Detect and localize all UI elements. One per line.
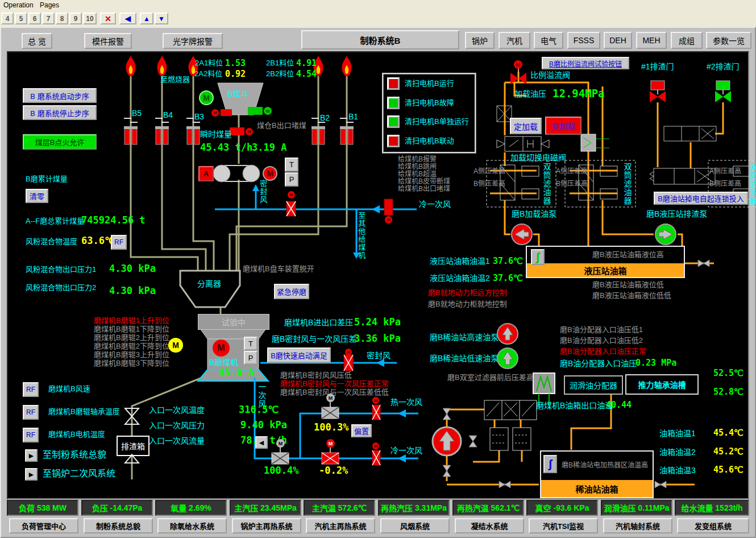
lube-tank-t3-label: 油箱油温3 (659, 466, 696, 475)
power-cabinet-local-status: 磨B就地动力柜就地控制 (428, 300, 507, 308)
page-button-6[interactable]: 6 (28, 13, 41, 24)
tab-turbine[interactable]: 汽机 (499, 32, 530, 49)
status-label: 再热汽温 (457, 502, 489, 514)
tab-boiler[interactable]: 锅炉 (465, 32, 495, 49)
mill-t-button[interactable]: T (244, 337, 257, 350)
mill-name-label: B磨煤机 (209, 358, 238, 367)
pa-nav-icon[interactable]: ◀ (255, 436, 268, 449)
page-button-4[interactable]: 4 (1, 13, 14, 24)
nav-condensate[interactable]: 凝结水系统 (455, 518, 524, 533)
fixed-load-button[interactable]: 定加载 (510, 118, 542, 134)
nav-shaft-seal[interactable]: 汽机轴封系统 (603, 518, 672, 533)
sweep-fault-led (387, 97, 400, 109)
pulverizing-system-b-screen: Operation Pages 4 5 6 7 8 9 10 ✕ ◀ ▲ ▼ 总… (0, 0, 756, 538)
nav-back-icon[interactable]: ◀ (119, 13, 136, 24)
page-button-5[interactable]: 5 (15, 13, 27, 24)
variable-load-button[interactable]: 变加载 (545, 117, 581, 135)
burner-b4-label: B4 (163, 111, 173, 119)
tab-meh[interactable]: MEH (636, 32, 667, 49)
mill-p-button[interactable]: P (244, 351, 257, 365)
load-press-value: 12.94MPa (553, 88, 605, 100)
link-pulverizing-overview[interactable]: 至制粉系统总貌 (43, 450, 106, 460)
feeder-t-button[interactable]: T (285, 158, 298, 172)
page-button-8[interactable]: 8 (56, 13, 68, 24)
slag-box: 排渣箱 (117, 436, 149, 456)
emergency-stop-button[interactable]: 紧急停磨 (274, 284, 309, 299)
page-up-icon[interactable]: ▲ (140, 13, 153, 24)
dist-press-low1-alarm: 磨B油分配器入口油压低1 (560, 326, 643, 334)
dist-press-normal-status: 磨B油分配器入口油压正常 (560, 347, 646, 355)
tab-group[interactable]: 成组 (671, 32, 703, 49)
seal-dp-normal-status: 磨煤机B密封风与一次风压差正常 (280, 380, 389, 388)
tab-annunciator-alarm[interactable]: 光字牌报警 (163, 33, 223, 49)
nav-generator-transformer[interactable]: 发变组系统 (677, 518, 749, 533)
hyd-temp2-value: 37.6℃ (493, 274, 523, 283)
tab-module-alarm[interactable]: 模件报警 (84, 33, 132, 49)
nav-air-flue[interactable]: 风烟系统 (380, 518, 450, 533)
page-button-9[interactable]: 9 (69, 13, 82, 24)
nav-load-mgmt[interactable]: 负荷管理中心 (9, 518, 78, 533)
nav-turbine-reheat[interactable]: 汽机主再热系统 (306, 518, 375, 533)
page-down-icon[interactable]: ▼ (155, 13, 168, 24)
rf-button-air-speed[interactable]: RF (23, 382, 39, 397)
tab-overview[interactable]: 总 览 (22, 33, 52, 49)
status-panel: 润滑油压 0.11MPa (601, 500, 672, 516)
mill-sealdp-label: 磨B密封风与一次风压差 (272, 335, 356, 344)
cold-damper-position: 100.4% (264, 465, 298, 476)
mill-dp-label: 磨煤机B进出口差压 (284, 318, 353, 327)
roller-status: 磨煤机B磨辊1下降到位 (94, 325, 169, 333)
rf-button-motor-temp[interactable]: RF (23, 428, 39, 442)
outlet-p1-value: 4.30 kPa (109, 263, 156, 274)
af-total-value: 745924.56 t (81, 215, 146, 226)
nav-deaerator-feedwater[interactable]: 除氧给水系统 (157, 518, 227, 533)
mix-temp-label: 风粉混合物温度 (26, 238, 77, 246)
print-cancel-icon[interactable]: ✕ (100, 13, 116, 24)
pa-temp-value: 316.5℃ (239, 404, 279, 415)
status-value: 2.69% (189, 503, 211, 512)
tab-deh[interactable]: DEH (604, 32, 632, 49)
menu-pages[interactable]: Pages (40, 2, 59, 9)
prop-valve-test-button[interactable]: B磨比例溢流阀试验按钮 (542, 57, 629, 69)
separator-label: 分离器 (197, 280, 221, 288)
rf-roller-bearing-label: 磨煤机B磨辊轴承温度 (48, 408, 120, 416)
level-2a1-label: 2A1料位 (195, 59, 223, 67)
nav-boiler-reheat[interactable]: 锅炉主再热系统 (232, 518, 301, 533)
thrust-bearing-box: 推力轴承油槽 (625, 374, 699, 395)
power-loss-interlock-button[interactable]: B磨油站掉电自起连锁投入 (654, 192, 748, 205)
burner-b3-label: B3 (194, 113, 204, 121)
motor-icon-hot-damper: M (326, 394, 335, 402)
menubar: Operation Pages (0, 0, 756, 12)
bias-button[interactable]: 偏置 (351, 424, 372, 437)
filter2-a-side-alarm: A侧压差高 (556, 168, 588, 175)
status-label: 润滑油压 (604, 502, 635, 514)
rf-button-roller-bearing[interactable]: RF (23, 405, 39, 420)
nav-turbine-tsi[interactable]: 汽机TSI监视 (529, 518, 598, 533)
page-button-10[interactable]: 10 (83, 13, 97, 24)
goto-secondary-air-icon[interactable]: ▶ (25, 468, 38, 481)
status-panel: 负荷 538 MW (7, 500, 78, 516)
cold-pa-seal-label: 冷一次风 (419, 200, 451, 209)
feeder-auto-button[interactable]: A (198, 166, 214, 181)
mill-stop-seq-button[interactable]: B 磨系统停止步序 (23, 105, 97, 120)
feeder-p-button[interactable]: P (285, 172, 298, 187)
quick-start-indicator: B磨快速启动满足 (267, 347, 331, 363)
status-value: 1523t/h (715, 503, 742, 512)
tab-fsss[interactable]: FSSS (567, 32, 600, 49)
clear-button[interactable]: 清零 (26, 189, 48, 203)
mill-start-seq-button[interactable]: B 磨系统启动步序 (23, 88, 97, 103)
nav-pulverizing[interactable]: 制粉系统总貌 (84, 518, 153, 533)
mill-dp-value: 5.24 kPa (354, 317, 401, 328)
level-2a1-value: 1.53 (225, 59, 246, 68)
rf-button-mix-temp[interactable]: RF (111, 235, 127, 250)
link-secondary-air[interactable]: 至锅炉二次风系统 (43, 469, 115, 479)
outlet-p1-label: 风粉混合物出口压力1 (26, 266, 96, 274)
goto-pulverizing-overview-icon[interactable]: ▶ (25, 449, 38, 462)
dist-press-value: 0.23 MPa (635, 358, 676, 368)
pa-press-value: 9.40 kPa (240, 420, 287, 431)
menu-operation[interactable]: Operation (3, 2, 34, 9)
tab-electric[interactable]: 电气 (534, 32, 563, 49)
page-button-7[interactable]: 7 (42, 13, 55, 24)
tab-parameters[interactable]: 参数一览 (706, 32, 751, 49)
loading-pump-label: 磨B加载油泵 (512, 210, 556, 218)
inst-coal-value: 45.43 t/h (200, 142, 252, 153)
